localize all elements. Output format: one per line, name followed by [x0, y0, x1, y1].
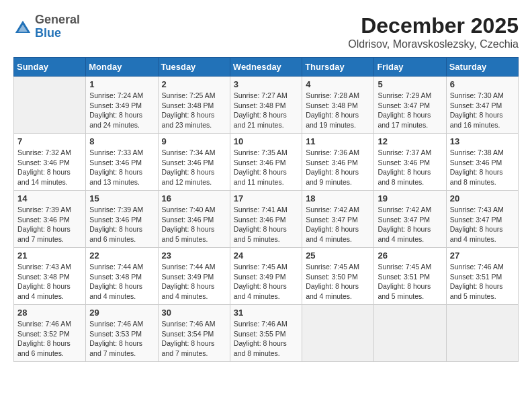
- calendar-cell: 22Sunrise: 7:44 AMSunset: 3:48 PMDayligh…: [86, 248, 158, 305]
- calendar-week-row: 28Sunrise: 7:46 AMSunset: 3:52 PMDayligh…: [14, 305, 519, 362]
- day-info: Sunrise: 7:46 AMSunset: 3:54 PMDaylight:…: [162, 319, 226, 359]
- day-info: Sunrise: 7:42 AMSunset: 3:47 PMDaylight:…: [378, 205, 442, 244]
- location: Oldrisov, Moravskoslezsky, Czechia: [348, 38, 519, 50]
- day-number: 17: [234, 193, 298, 203]
- weekday-header-wednesday: Wednesday: [230, 58, 302, 77]
- day-info: Sunrise: 7:43 AMSunset: 3:48 PMDaylight:…: [17, 262, 82, 302]
- day-number: 15: [89, 193, 154, 203]
- day-number: 26: [378, 250, 442, 261]
- calendar-cell: 31Sunrise: 7:46 AMSunset: 3:55 PMDayligh…: [230, 305, 302, 362]
- calendar-cell: 13Sunrise: 7:38 AMSunset: 3:46 PMDayligh…: [446, 134, 518, 191]
- logo-general: General: [35, 13, 80, 27]
- day-info: Sunrise: 7:40 AMSunset: 3:46 PMDaylight:…: [162, 205, 226, 244]
- day-info: Sunrise: 7:43 AMSunset: 3:47 PMDaylight:…: [450, 205, 515, 244]
- day-number: 20: [450, 193, 515, 203]
- calendar-cell: 23Sunrise: 7:44 AMSunset: 3:49 PMDayligh…: [158, 248, 230, 305]
- calendar-cell: 25Sunrise: 7:45 AMSunset: 3:50 PMDayligh…: [302, 248, 374, 305]
- day-info: Sunrise: 7:38 AMSunset: 3:46 PMDaylight:…: [450, 148, 515, 187]
- day-number: 10: [234, 136, 298, 146]
- calendar-cell: 19Sunrise: 7:42 AMSunset: 3:47 PMDayligh…: [374, 191, 446, 248]
- day-number: 22: [89, 250, 154, 261]
- day-info: Sunrise: 7:46 AMSunset: 3:51 PMDaylight:…: [450, 262, 515, 302]
- day-info: Sunrise: 7:45 AMSunset: 3:50 PMDaylight:…: [306, 262, 370, 302]
- calendar-table: SundayMondayTuesdayWednesdayThursdayFrid…: [13, 57, 519, 362]
- day-info: Sunrise: 7:35 AMSunset: 3:46 PMDaylight:…: [234, 148, 298, 187]
- logo: General Blue: [13, 13, 80, 40]
- weekday-header-tuesday: Tuesday: [158, 58, 230, 77]
- calendar-cell: 24Sunrise: 7:45 AMSunset: 3:49 PMDayligh…: [230, 248, 302, 305]
- calendar-cell: 26Sunrise: 7:45 AMSunset: 3:51 PMDayligh…: [374, 248, 446, 305]
- day-info: Sunrise: 7:32 AMSunset: 3:46 PMDaylight:…: [17, 148, 82, 187]
- calendar-cell: 10Sunrise: 7:35 AMSunset: 3:46 PMDayligh…: [230, 134, 302, 191]
- day-number: 30: [162, 308, 226, 318]
- calendar-cell: [446, 305, 518, 362]
- day-number: 21: [17, 250, 82, 261]
- weekday-header-friday: Friday: [374, 58, 446, 77]
- day-info: Sunrise: 7:45 AMSunset: 3:51 PMDaylight:…: [378, 262, 442, 302]
- day-info: Sunrise: 7:39 AMSunset: 3:46 PMDaylight:…: [89, 205, 154, 244]
- calendar-cell: 6Sunrise: 7:30 AMSunset: 3:47 PMDaylight…: [446, 77, 518, 134]
- calendar-cell: [14, 77, 86, 134]
- weekday-header-row: SundayMondayTuesdayWednesdayThursdayFrid…: [14, 58, 519, 77]
- day-number: 25: [306, 250, 370, 261]
- weekday-header-thursday: Thursday: [302, 58, 374, 77]
- day-number: 29: [89, 308, 154, 318]
- day-number: 18: [306, 193, 370, 203]
- day-number: 28: [17, 308, 82, 318]
- day-info: Sunrise: 7:46 AMSunset: 3:52 PMDaylight:…: [17, 319, 82, 359]
- calendar-cell: 9Sunrise: 7:34 AMSunset: 3:46 PMDaylight…: [158, 134, 230, 191]
- day-info: Sunrise: 7:25 AMSunset: 3:48 PMDaylight:…: [162, 91, 226, 130]
- day-number: 6: [450, 79, 515, 89]
- calendar-cell: 8Sunrise: 7:33 AMSunset: 3:46 PMDaylight…: [86, 134, 158, 191]
- day-info: Sunrise: 7:36 AMSunset: 3:46 PMDaylight:…: [306, 148, 370, 187]
- calendar-cell: 4Sunrise: 7:28 AMSunset: 3:48 PMDaylight…: [302, 77, 374, 134]
- calendar-cell: 28Sunrise: 7:46 AMSunset: 3:52 PMDayligh…: [14, 305, 86, 362]
- day-info: Sunrise: 7:33 AMSunset: 3:46 PMDaylight:…: [89, 148, 154, 187]
- day-number: 14: [17, 193, 82, 203]
- weekday-header-monday: Monday: [86, 58, 158, 77]
- logo-text: General Blue: [35, 13, 80, 40]
- calendar-week-row: 1Sunrise: 7:24 AMSunset: 3:49 PMDaylight…: [14, 77, 519, 134]
- day-info: Sunrise: 7:28 AMSunset: 3:48 PMDaylight:…: [306, 91, 370, 130]
- day-number: 2: [162, 79, 226, 89]
- day-number: 27: [450, 250, 515, 261]
- calendar-cell: 17Sunrise: 7:41 AMSunset: 3:46 PMDayligh…: [230, 191, 302, 248]
- day-number: 24: [234, 250, 298, 261]
- day-number: 16: [162, 193, 226, 203]
- calendar-cell: 11Sunrise: 7:36 AMSunset: 3:46 PMDayligh…: [302, 134, 374, 191]
- day-number: 1: [89, 79, 154, 89]
- calendar-cell: 29Sunrise: 7:46 AMSunset: 3:53 PMDayligh…: [86, 305, 158, 362]
- day-number: 19: [378, 193, 442, 203]
- calendar-cell: 14Sunrise: 7:39 AMSunset: 3:46 PMDayligh…: [14, 191, 86, 248]
- weekday-header-saturday: Saturday: [446, 58, 518, 77]
- day-info: Sunrise: 7:34 AMSunset: 3:46 PMDaylight:…: [162, 148, 226, 187]
- month-title: December 2025: [348, 13, 519, 38]
- day-info: Sunrise: 7:39 AMSunset: 3:46 PMDaylight:…: [17, 205, 82, 244]
- day-number: 23: [162, 250, 226, 261]
- day-info: Sunrise: 7:46 AMSunset: 3:55 PMDaylight:…: [234, 319, 298, 359]
- calendar-cell: 7Sunrise: 7:32 AMSunset: 3:46 PMDaylight…: [14, 134, 86, 191]
- day-number: 9: [162, 136, 226, 146]
- calendar-cell: 1Sunrise: 7:24 AMSunset: 3:49 PMDaylight…: [86, 77, 158, 134]
- calendar-cell: 5Sunrise: 7:29 AMSunset: 3:47 PMDaylight…: [374, 77, 446, 134]
- calendar-cell: 12Sunrise: 7:37 AMSunset: 3:46 PMDayligh…: [374, 134, 446, 191]
- day-info: Sunrise: 7:42 AMSunset: 3:47 PMDaylight:…: [306, 205, 370, 244]
- page-header: General Blue December 2025 Oldrisov, Mor…: [13, 13, 519, 50]
- day-info: Sunrise: 7:27 AMSunset: 3:48 PMDaylight:…: [234, 91, 298, 130]
- calendar-week-row: 14Sunrise: 7:39 AMSunset: 3:46 PMDayligh…: [14, 191, 519, 248]
- weekday-header-sunday: Sunday: [14, 58, 86, 77]
- day-info: Sunrise: 7:46 AMSunset: 3:53 PMDaylight:…: [89, 319, 154, 359]
- day-info: Sunrise: 7:45 AMSunset: 3:49 PMDaylight:…: [234, 262, 298, 302]
- day-number: 13: [450, 136, 515, 146]
- day-info: Sunrise: 7:29 AMSunset: 3:47 PMDaylight:…: [378, 91, 442, 130]
- day-info: Sunrise: 7:41 AMSunset: 3:46 PMDaylight:…: [234, 205, 298, 244]
- calendar-cell: 2Sunrise: 7:25 AMSunset: 3:48 PMDaylight…: [158, 77, 230, 134]
- day-number: 11: [306, 136, 370, 146]
- calendar-cell: 16Sunrise: 7:40 AMSunset: 3:46 PMDayligh…: [158, 191, 230, 248]
- calendar-week-row: 21Sunrise: 7:43 AMSunset: 3:48 PMDayligh…: [14, 248, 519, 305]
- day-number: 12: [378, 136, 442, 146]
- day-info: Sunrise: 7:44 AMSunset: 3:49 PMDaylight:…: [162, 262, 226, 302]
- calendar-cell: 3Sunrise: 7:27 AMSunset: 3:48 PMDaylight…: [230, 77, 302, 134]
- calendar-cell: 15Sunrise: 7:39 AMSunset: 3:46 PMDayligh…: [86, 191, 158, 248]
- calendar-cell: 30Sunrise: 7:46 AMSunset: 3:54 PMDayligh…: [158, 305, 230, 362]
